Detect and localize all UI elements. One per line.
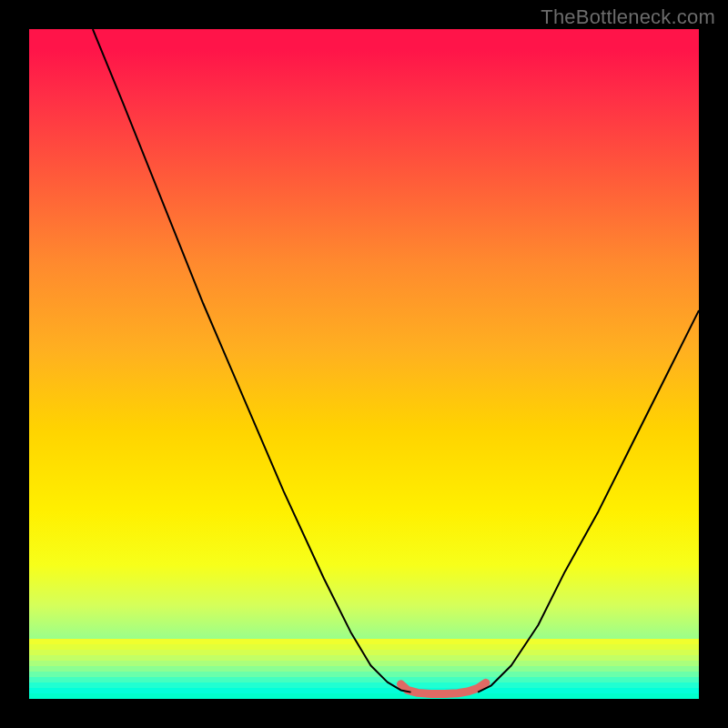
trough	[400, 682, 485, 693]
right-curve	[478, 310, 699, 693]
left-curve	[93, 29, 411, 693]
curve-layer	[29, 29, 699, 699]
watermark-text: TheBottleneck.com	[541, 5, 715, 29]
plot-area	[29, 29, 699, 699]
chart-stage: TheBottleneck.com	[0, 0, 728, 728]
